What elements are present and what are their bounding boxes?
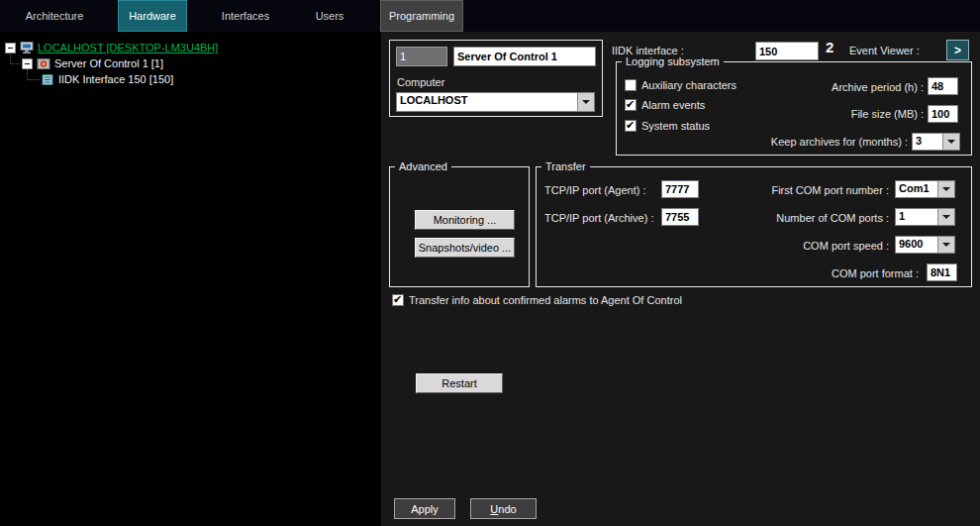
device-tree-panel: LOCALHOST [DESKTOP-LM3U4BH] Server Of Co… bbox=[0, 32, 381, 526]
tab-interfaces[interactable]: Interfaces bbox=[209, 0, 282, 32]
alarm-events-row: Alarm events bbox=[625, 98, 705, 112]
server-icon bbox=[37, 57, 50, 70]
number-com-ports-dropdown[interactable]: 1 bbox=[895, 208, 955, 226]
com-port-speed-label: COM port speed : bbox=[705, 240, 889, 252]
number-com-ports-label: Number of COM ports : bbox=[705, 212, 889, 224]
first-com-port-dropdown[interactable]: Com1 bbox=[895, 180, 955, 198]
undo-rest: ndo bbox=[498, 503, 516, 515]
tree-connector bbox=[28, 79, 40, 80]
alarm-events-checkbox[interactable] bbox=[625, 99, 637, 111]
keep-archives-label: Keep archives for (months) : bbox=[656, 136, 908, 148]
tree-item-localhost[interactable]: LOCALHOST [DESKTOP-LM3U4BH] bbox=[5, 40, 218, 55]
first-com-port-value: Com1 bbox=[896, 181, 937, 197]
undo-button[interactable]: Undo bbox=[470, 498, 537, 519]
tcp-agent-port-label: TCP/IP port (Agent) : bbox=[544, 184, 646, 196]
number-com-ports-value: 1 bbox=[896, 209, 937, 225]
advanced-group: Advanced Monitoring ... Snapshots/video … bbox=[389, 166, 530, 287]
annotation-2: 2 bbox=[826, 39, 833, 55]
transfer-group: Transfer TCP/IP port (Agent) : TCP/IP po… bbox=[536, 166, 972, 287]
collapse-icon[interactable] bbox=[22, 58, 33, 69]
settings-panel: Computer LOCALHOST IIDK interface : 2 Ev… bbox=[381, 32, 980, 526]
event-viewer-label: Event Viewer : bbox=[849, 45, 920, 56]
monitoring-button[interactable]: Monitoring ... bbox=[415, 210, 515, 230]
com-port-speed-dropdown[interactable]: 9600 bbox=[895, 236, 955, 254]
com-port-format-field[interactable] bbox=[927, 263, 957, 281]
tree-item-label: Server Of Control 1 [1] bbox=[54, 57, 163, 69]
undo-mnemonic: U bbox=[490, 503, 498, 515]
tree-item-iidk-interface[interactable]: IIDK Interface 150 [150] bbox=[41, 71, 173, 87]
system-status-row: System status bbox=[625, 119, 710, 133]
keep-archives-dropdown-value: 3 bbox=[913, 134, 942, 150]
alarm-events-label[interactable]: Alarm events bbox=[641, 99, 705, 111]
tcp-archive-port-field[interactable] bbox=[661, 208, 699, 226]
computer-label: Computer bbox=[397, 76, 444, 88]
tab-architecture[interactable]: Architecture bbox=[16, 0, 93, 32]
tab-programming[interactable]: Programming bbox=[380, 0, 463, 32]
snapshots-video-button[interactable]: Snapshots/video ... bbox=[415, 238, 515, 258]
com-port-speed-value: 9600 bbox=[896, 237, 937, 253]
chevron-down-icon[interactable] bbox=[937, 237, 954, 253]
keep-archives-dropdown[interactable]: 3 bbox=[912, 133, 960, 151]
com-port-format-label: COM port format : bbox=[705, 267, 919, 279]
tree-item-server-of-control[interactable]: Server Of Control 1 [1] bbox=[22, 55, 163, 71]
identity-group: Computer LOCALHOST bbox=[389, 40, 603, 117]
archive-period-field[interactable] bbox=[928, 77, 958, 95]
logging-subsystem-title: Logging subsystem bbox=[622, 55, 724, 67]
transfer-confirmed-alarms-label[interactable]: Transfer info about confirmed alarms to … bbox=[409, 294, 682, 306]
archive-period-label: Archive period (h) : bbox=[716, 81, 924, 93]
logging-subsystem-group: Logging subsystem Auxiliary characters A… bbox=[616, 61, 972, 156]
restart-button[interactable]: Restart bbox=[416, 373, 503, 393]
transfer-title: Transfer bbox=[541, 160, 590, 172]
chevron-down-icon[interactable] bbox=[942, 134, 959, 150]
object-id-field[interactable] bbox=[396, 47, 447, 66]
system-status-checkbox[interactable] bbox=[625, 120, 637, 132]
iidk-interface-field[interactable] bbox=[755, 42, 819, 60]
tree-connector bbox=[11, 63, 21, 64]
tree-item-label: IIDK Interface 150 [150] bbox=[58, 73, 173, 85]
file-size-label: File size (MB) : bbox=[716, 108, 924, 120]
event-viewer-button[interactable]: > bbox=[946, 40, 969, 60]
chevron-down-icon[interactable] bbox=[937, 209, 954, 225]
computer-dropdown-value: LOCALHOST bbox=[397, 93, 577, 111]
transfer-confirmed-alarms-row: Transfer info about confirmed alarms to … bbox=[392, 293, 682, 307]
advanced-title: Advanced bbox=[395, 160, 451, 172]
transfer-confirmed-alarms-checkbox[interactable] bbox=[392, 294, 404, 306]
tab-bar: Architecture Hardware Interfaces Users P… bbox=[0, 0, 980, 32]
object-name-field[interactable] bbox=[453, 47, 596, 66]
computer-dropdown[interactable]: LOCALHOST bbox=[396, 92, 595, 112]
chevron-down-icon[interactable] bbox=[937, 181, 954, 197]
first-com-port-label: First COM port number : bbox=[705, 184, 889, 196]
tab-users[interactable]: Users bbox=[303, 0, 356, 32]
iidk-interface-icon bbox=[41, 73, 54, 86]
system-status-label[interactable]: System status bbox=[641, 120, 710, 132]
chevron-down-icon[interactable] bbox=[577, 93, 594, 111]
auxiliary-characters-checkbox[interactable] bbox=[625, 79, 637, 91]
file-size-field[interactable] bbox=[928, 105, 958, 123]
tree-item-label: LOCALHOST [DESKTOP-LM3U4BH] bbox=[38, 42, 218, 53]
apply-button[interactable]: Apply bbox=[394, 498, 455, 519]
tcp-archive-port-label: TCP/IP port (Archive) : bbox=[544, 212, 653, 224]
collapse-icon[interactable] bbox=[5, 43, 16, 53]
tab-hardware[interactable]: Hardware bbox=[118, 0, 187, 32]
tcp-agent-port-field[interactable] bbox=[661, 180, 699, 198]
computer-icon bbox=[20, 42, 34, 54]
